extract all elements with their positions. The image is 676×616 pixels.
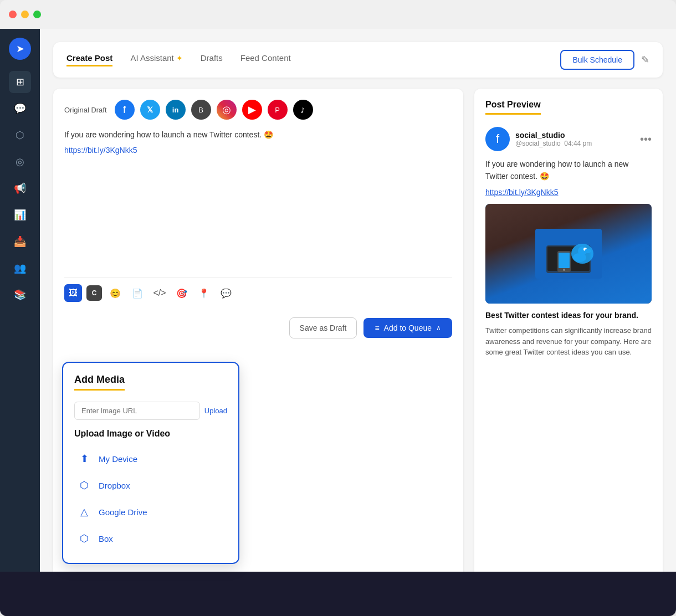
platform-buffer[interactable]: B <box>191 100 211 120</box>
add-to-queue-label: Add to Queue <box>384 324 432 332</box>
sidebar-item-analytics[interactable]: 📊 <box>9 204 31 226</box>
google-drive-label: Google Drive <box>99 507 147 517</box>
preview-link[interactable]: https://bit.ly/3KgNkk5 <box>485 188 559 197</box>
preview-image-inner <box>485 204 652 304</box>
google-drive-icon: △ <box>76 504 92 520</box>
main-content: Create Post AI Assistant ✦ Drafts Feed C… <box>40 29 676 616</box>
tabs-left: Create Post AI Assistant ✦ Drafts Feed C… <box>66 53 560 66</box>
my-device-label: My Device <box>99 454 137 464</box>
app-logo: ➤ <box>9 38 31 60</box>
platform-instagram[interactable]: ◎ <box>217 100 237 120</box>
preview-user-info: social_studio @social_studio 04:44 pm <box>515 131 640 147</box>
platform-youtube[interactable]: ▶ <box>242 100 262 120</box>
queue-chevron-icon: ∧ <box>436 324 441 332</box>
code-icon[interactable]: </> <box>151 284 168 302</box>
upload-option-dropbox[interactable]: ⬡ Dropbox <box>74 472 227 499</box>
sidebar-item-dashboard[interactable]: ⊞ <box>9 71 31 93</box>
preview-options-button[interactable]: ••• <box>640 133 652 146</box>
twitter-image-svg <box>535 229 602 279</box>
image-url-input[interactable] <box>74 402 200 420</box>
location-icon[interactable]: 📍 <box>195 284 213 302</box>
svg-point-10 <box>563 269 565 271</box>
maximize-button[interactable] <box>33 11 41 18</box>
save-draft-button[interactable]: Save as Draft <box>289 317 357 338</box>
image-url-row: Upload <box>74 402 227 420</box>
preview-title: Post Preview <box>485 100 652 118</box>
platform-linkedin[interactable]: in <box>166 100 186 120</box>
add-media-title: Add Media <box>74 374 125 391</box>
box-icon: ⬡ <box>76 531 92 546</box>
close-button[interactable] <box>9 11 17 18</box>
platform-tiktok[interactable]: ♪ <box>293 100 313 120</box>
post-text-area[interactable]: If you are wondering how to launch a new… <box>64 129 452 273</box>
platform-bar: Original Draft f 𝕏 in B ◎ ▶ P ♪ <box>64 100 452 120</box>
preview-handle-time: @social_studio 04:44 pm <box>515 140 640 147</box>
post-link[interactable]: https://bit.ly/3KgNkk5 <box>64 146 137 155</box>
upload-option-box[interactable]: ⬡ Box <box>74 525 227 552</box>
media-icon[interactable]: 🖼 <box>64 284 82 302</box>
dropbox-icon: ⬡ <box>76 478 92 493</box>
edit-icon[interactable]: ✎ <box>641 54 649 66</box>
tab-create-post[interactable]: Create Post <box>66 53 112 66</box>
bulk-schedule-button[interactable]: Bulk Schedule <box>560 50 634 70</box>
document-icon[interactable]: 📄 <box>129 284 146 302</box>
preview-text: If you are wondering how to launch a new… <box>485 158 652 183</box>
add-media-popup: Add Media Upload Upload Image or Video ⬆… <box>62 362 239 564</box>
post-editor: Original Draft f 𝕏 in B ◎ ▶ P ♪ If you a… <box>53 89 463 603</box>
upload-link[interactable]: Upload <box>204 407 227 415</box>
post-preview: Post Preview f social_studio @social_stu… <box>474 89 663 603</box>
sidebar-item-team[interactable]: 👥 <box>9 257 31 279</box>
preview-avatar: f <box>485 127 510 151</box>
original-draft-label: Original Draft <box>64 106 107 114</box>
ai-sparkle-icon: ✦ <box>176 54 183 63</box>
preview-image <box>485 204 652 304</box>
editor-toolbar: 🖼 C 😊 📄 </> 🎯 📍 💬 <box>64 277 452 309</box>
tab-drafts[interactable]: Drafts <box>201 53 223 66</box>
upload-section-title: Upload Image or Video <box>74 429 227 439</box>
box-label: Box <box>99 534 113 543</box>
tab-feed-content[interactable]: Feed Content <box>240 53 291 66</box>
tabs-bar: Create Post AI Assistant ✦ Drafts Feed C… <box>53 42 663 78</box>
sidebar: ➤ ⊞ 💬 ⬡ ◎ 📢 📊 📥 👥 📚 <box>0 29 40 616</box>
upload-option-my-device[interactable]: ⬆ My Device <box>74 445 227 472</box>
svg-point-7 <box>585 249 591 253</box>
platform-facebook[interactable]: f <box>115 100 135 120</box>
dropbox-label: Dropbox <box>99 481 130 490</box>
platform-pinterest[interactable]: P <box>268 100 288 120</box>
editor-footer: Save as Draft ≡ Add to Queue ∧ <box>64 317 452 338</box>
minimize-button[interactable] <box>21 11 29 18</box>
post-text: If you are wondering how to launch a new… <box>64 129 452 141</box>
title-bar <box>0 0 676 29</box>
emoji-icon[interactable]: 😊 <box>106 284 124 302</box>
claude-icon[interactable]: C <box>86 285 102 301</box>
sidebar-item-messages[interactable]: 💬 <box>9 97 31 120</box>
bottom-dark-overlay <box>0 572 676 616</box>
sidebar-item-network[interactable]: ⬡ <box>9 124 31 146</box>
sidebar-item-support[interactable]: ◎ <box>9 151 31 173</box>
my-device-icon: ⬆ <box>76 451 92 466</box>
preview-header: f social_studio @social_studio 04:44 pm … <box>485 127 652 151</box>
preview-article-desc: Twitter competitions can significantly i… <box>485 325 652 358</box>
sidebar-item-library[interactable]: 📚 <box>9 284 31 306</box>
sidebar-item-publish[interactable]: 📥 <box>9 230 31 253</box>
tab-ai-assistant[interactable]: AI Assistant ✦ <box>130 53 182 66</box>
sidebar-item-campaigns[interactable]: 📢 <box>9 177 31 199</box>
target-icon[interactable]: 🎯 <box>173 284 191 302</box>
content-row: Original Draft f 𝕏 in B ◎ ▶ P ♪ If you a… <box>53 89 663 603</box>
platform-twitter[interactable]: 𝕏 <box>140 100 160 120</box>
upload-option-google-drive[interactable]: △ Google Drive <box>74 499 227 525</box>
preview-username: social_studio <box>515 131 640 140</box>
add-to-queue-button[interactable]: ≡ Add to Queue ∧ <box>363 318 452 338</box>
svg-point-5 <box>573 253 586 262</box>
chat-icon[interactable]: 💬 <box>217 284 235 302</box>
svg-rect-9 <box>559 253 570 268</box>
preview-article-title: Best Twitter contest ideas for your bran… <box>485 310 652 321</box>
